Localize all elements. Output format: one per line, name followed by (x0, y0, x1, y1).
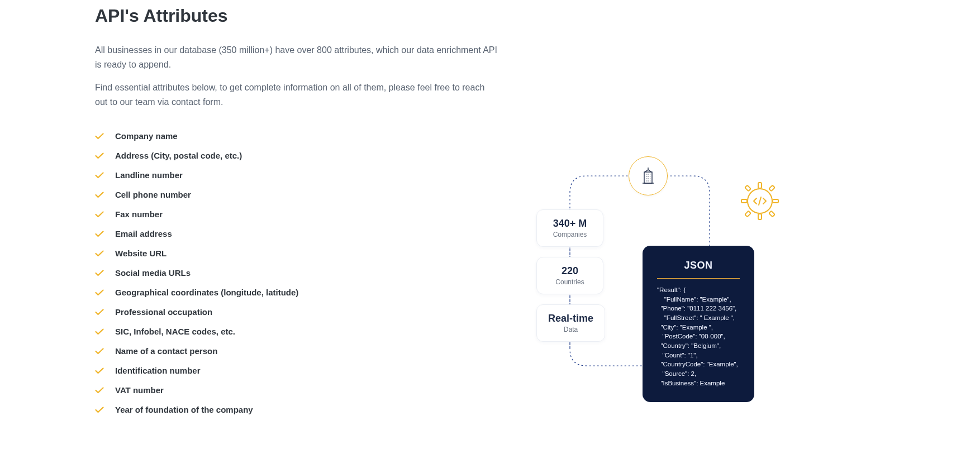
attribute-label: Year of foundation of the company (115, 405, 253, 414)
attribute-item: Address (City, postal code, etc.) (95, 151, 497, 160)
check-icon (95, 366, 104, 375)
stat-realtime-title: Real-time (548, 313, 593, 324)
attribute-label: Company name (115, 131, 178, 141)
svg-rect-0 (644, 172, 652, 183)
attribute-item: Identification number (95, 366, 497, 375)
svg-rect-5 (773, 199, 778, 203)
attribute-item: SIC, Infobel, NACE codes, etc. (95, 327, 497, 336)
attribute-item: VAT number (95, 385, 497, 395)
attribute-label: Website URL (115, 249, 166, 258)
check-icon (95, 386, 104, 395)
stat-companies: 340+ M Companies (536, 209, 603, 247)
svg-rect-3 (758, 214, 762, 219)
page-heading: API's Attributes (95, 6, 497, 26)
stat-countries: 220 Countries (536, 257, 603, 294)
check-icon (95, 230, 104, 238)
stat-countries-number: 220 (548, 265, 592, 277)
check-icon (95, 308, 104, 317)
stat-realtime-label: Data (548, 326, 593, 333)
intro-paragraph-2: Find essential attributes below, to get … (95, 80, 497, 109)
attribute-label: Landline number (115, 170, 183, 180)
svg-rect-8 (745, 211, 751, 217)
attribute-item: Fax number (95, 209, 497, 219)
attribute-label: SIC, Infobel, NACE codes, etc. (115, 327, 235, 336)
attribute-label: VAT number (115, 385, 164, 395)
attribute-item: Geographical coordinates (longitude, lat… (95, 288, 497, 297)
svg-rect-7 (769, 185, 775, 192)
check-icon (95, 347, 104, 356)
attribute-label: Geographical coordinates (longitude, lat… (115, 288, 298, 297)
gear-code-icon (738, 179, 782, 223)
check-icon (95, 249, 104, 258)
attribute-item: Email address (95, 229, 497, 238)
svg-rect-6 (745, 185, 751, 192)
stat-countries-label: Countries (548, 278, 592, 286)
attribute-item: Company name (95, 131, 497, 141)
attribute-item: Website URL (95, 249, 497, 258)
check-icon (95, 190, 104, 199)
svg-rect-4 (741, 199, 747, 203)
stat-companies-number: 340+ M (548, 218, 592, 230)
check-icon (95, 151, 104, 160)
check-icon (95, 210, 104, 219)
attribute-item: Landline number (95, 170, 497, 180)
attribute-item: Social media URLs (95, 268, 497, 278)
intro-paragraph-1: All businesses in our database (350 mill… (95, 43, 497, 71)
attribute-item: Professional occupation (95, 307, 497, 317)
svg-rect-9 (769, 211, 775, 217)
attribute-item: Cell phone number (95, 190, 497, 199)
stat-realtime: Real-time Data (536, 304, 605, 342)
attribute-label: Name of a contact person (115, 346, 217, 356)
attribute-item: Year of foundation of the company (95, 405, 497, 414)
json-response-card: JSON "Result": { "FullName": "Example", … (643, 246, 754, 402)
check-icon (95, 269, 104, 278)
building-icon (629, 156, 668, 195)
attribute-label: Identification number (115, 366, 201, 375)
data-flow-diagram: 340+ M Companies 220 Countries Real-time… (536, 156, 793, 391)
check-icon (95, 288, 104, 297)
check-icon (95, 405, 104, 414)
attribute-label: Email address (115, 229, 172, 238)
attribute-label: Professional occupation (115, 307, 212, 317)
attributes-list: Company nameAddress (City, postal code, … (95, 131, 497, 414)
check-icon (95, 132, 104, 141)
check-icon (95, 327, 104, 336)
svg-rect-2 (758, 183, 762, 188)
attribute-label: Address (City, postal code, etc.) (115, 151, 242, 160)
json-card-header: JSON (657, 258, 740, 279)
attribute-label: Social media URLs (115, 268, 191, 278)
stat-companies-label: Companies (548, 231, 592, 238)
check-icon (95, 171, 104, 180)
attribute-item: Name of a contact person (95, 346, 497, 356)
attribute-label: Cell phone number (115, 190, 191, 199)
json-card-body: "Result": { "FullName": "Example", "Phon… (657, 285, 740, 388)
attribute-label: Fax number (115, 209, 163, 219)
